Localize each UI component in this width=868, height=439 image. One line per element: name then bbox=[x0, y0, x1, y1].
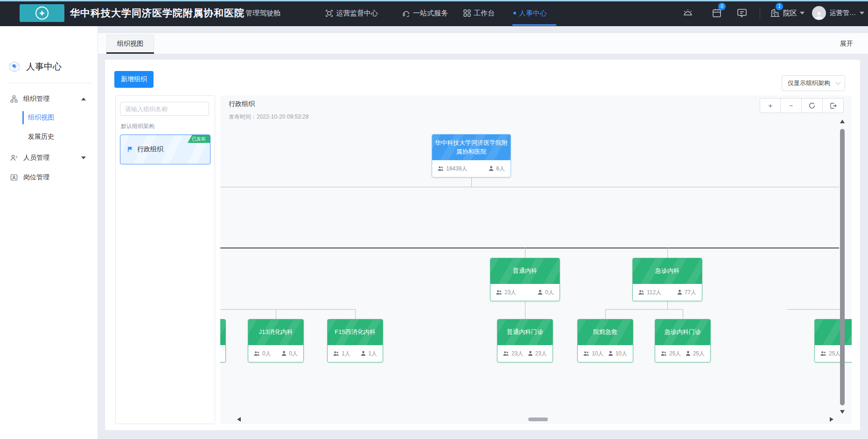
grid-icon bbox=[463, 9, 471, 17]
person-icon bbox=[489, 166, 494, 171]
org-node[interactable]: 院前急救 10人 10人 bbox=[577, 319, 633, 362]
sidebar-item-post-management[interactable]: 岗位管理 bbox=[0, 168, 98, 187]
reset-view-button[interactable] bbox=[802, 98, 823, 113]
org-node[interactable]: 普通内科 23人 0人 bbox=[490, 258, 560, 301]
group-icon bbox=[503, 351, 509, 356]
chevron-down-icon bbox=[860, 12, 864, 14]
connector-line bbox=[525, 248, 525, 258]
expand-arrow-icon bbox=[81, 156, 86, 159]
app-title: 人事中心 bbox=[8, 61, 62, 73]
connector-line bbox=[220, 248, 839, 248]
zoom-out-button[interactable]: － bbox=[781, 98, 802, 113]
org-node[interactable]: F15西消化内科 1人 1人 bbox=[327, 319, 383, 362]
add-org-button[interactable]: 新增组织 bbox=[114, 71, 154, 88]
tab-active-underline bbox=[106, 52, 154, 54]
person-list-icon bbox=[10, 154, 18, 162]
person-icon bbox=[686, 351, 691, 356]
view-filter-select[interactable]: 仅显示组织架构 bbox=[782, 75, 845, 91]
vertical-scroll-thumb[interactable] bbox=[840, 129, 845, 405]
alarm-icon[interactable] bbox=[682, 7, 693, 19]
sidebar-item-people-management[interactable]: 人员管理 bbox=[0, 149, 98, 167]
user-menu[interactable]: 运营管… bbox=[812, 0, 864, 26]
published-ribbon: 已发布 bbox=[188, 135, 210, 143]
message-icon[interactable] bbox=[736, 7, 748, 19]
export-button[interactable] bbox=[823, 98, 844, 113]
person-icon bbox=[281, 351, 287, 356]
connector-line bbox=[667, 248, 668, 258]
avatar bbox=[812, 6, 826, 20]
org-node-clipped[interactable] bbox=[220, 319, 226, 362]
scroll-down-arrow[interactable] bbox=[840, 410, 845, 414]
nav-hr-center[interactable]: 人事中心 bbox=[513, 0, 547, 26]
badge-card-icon bbox=[10, 174, 18, 181]
topbar-divider bbox=[760, 7, 760, 19]
org-chart-canvas[interactable]: 行政组织 发布时间：2022-10-20 09:53:28 ＋ － bbox=[220, 95, 852, 424]
scroll-left-arrow[interactable] bbox=[237, 417, 241, 422]
campus-switcher[interactable]: 院区 bbox=[770, 0, 805, 26]
sidebar: 人事中心 组织管理 组织视图 发展历史 人员管理 岗位管理 bbox=[0, 26, 98, 439]
nav-one-stop-service[interactable]: 一站式服务 bbox=[402, 0, 448, 26]
flag-icon bbox=[127, 146, 133, 153]
connector-line bbox=[276, 309, 276, 319]
hr-cube-icon bbox=[8, 61, 21, 73]
group-icon bbox=[820, 351, 826, 356]
todo-badge: 0 bbox=[718, 3, 726, 10]
group-icon bbox=[496, 290, 502, 295]
connector-line bbox=[605, 309, 683, 310]
nav-management-cockpit[interactable]: 管理驾驶舱 bbox=[235, 0, 280, 26]
campus-badge: 1 bbox=[776, 3, 783, 10]
tab-bar: 组织视图 展开 bbox=[98, 33, 868, 54]
group-icon bbox=[583, 351, 589, 356]
person-icon bbox=[538, 290, 543, 295]
scroll-up-arrow[interactable] bbox=[840, 120, 845, 123]
export-icon bbox=[830, 102, 837, 109]
org-node[interactable]: J13消化内科 0人 0人 bbox=[248, 319, 304, 362]
connector-line bbox=[605, 309, 606, 319]
default-group-label: 默认组织架构 bbox=[121, 122, 154, 130]
connector-line bbox=[220, 187, 839, 187]
scroll-right-arrow[interactable] bbox=[830, 417, 833, 422]
tab-org-view[interactable]: 组织视图 bbox=[106, 35, 154, 52]
chart-controls: ＋ － bbox=[760, 98, 844, 113]
org-node-clipped[interactable]: 25人 bbox=[814, 319, 852, 362]
connector-line bbox=[355, 309, 356, 319]
nav-workbench[interactable]: 工作台 bbox=[463, 0, 495, 26]
connector-line bbox=[683, 309, 683, 319]
org-node[interactable]: 普通内科门诊 23人 23人 bbox=[497, 319, 553, 362]
connector-line bbox=[787, 309, 842, 310]
sidebar-item-dev-history[interactable]: 发展历史 bbox=[0, 128, 98, 146]
org-node[interactable]: 急诊内科 112人 77人 bbox=[632, 258, 702, 301]
person-icon bbox=[608, 351, 613, 356]
expand-link[interactable]: 展开 bbox=[840, 40, 853, 48]
hospital-emblem-icon: ✚ bbox=[35, 7, 49, 20]
sidebar-divider bbox=[7, 83, 91, 83]
person-icon bbox=[677, 290, 682, 295]
connector-line bbox=[525, 300, 525, 319]
reset-icon bbox=[809, 102, 815, 109]
org-tree-item-selected[interactable]: 行政组织 已发布 bbox=[120, 135, 210, 164]
vertical-scrollbar[interactable] bbox=[839, 119, 846, 421]
sidebar-item-org-management[interactable]: 组织管理 bbox=[0, 90, 98, 108]
group-icon bbox=[333, 351, 339, 356]
horizontal-scrollbar[interactable] bbox=[220, 416, 852, 423]
org-node[interactable]: 急诊内科门诊 25人 25人 bbox=[655, 319, 711, 362]
group-icon bbox=[661, 351, 667, 356]
chevron-down-icon bbox=[800, 12, 805, 14]
headset-icon bbox=[402, 9, 410, 17]
chart-publish-time: 发布时间：2022-10-20 09:53:28 bbox=[229, 113, 308, 121]
hospital-title: 华中科技大学同济医学院附属协和医院 bbox=[70, 7, 245, 20]
group-icon bbox=[638, 290, 644, 295]
monitor-icon bbox=[325, 9, 333, 17]
top-nav-bar: ✚ 华中科技大学同济医学院附属协和医院 管理驾驶舱 运营监督中心 一站式服务 工… bbox=[0, 0, 868, 26]
group-icon bbox=[254, 351, 260, 356]
org-node-root[interactable]: 华中科技大学同济医学院附属协和医院 16438人 6人 bbox=[432, 134, 511, 177]
connector-line bbox=[667, 300, 668, 309]
collapse-arrow-icon bbox=[81, 98, 86, 100]
chart-org-title: 行政组织 bbox=[229, 100, 255, 108]
nav-operation-center[interactable]: 运营监督中心 bbox=[325, 0, 378, 26]
sidebar-item-org-view[interactable]: 组织视图 bbox=[0, 109, 98, 127]
zoom-in-button[interactable]: ＋ bbox=[760, 98, 781, 113]
org-search-input[interactable] bbox=[120, 106, 209, 113]
horizontal-scroll-thumb[interactable] bbox=[528, 418, 548, 421]
dashboard-icon bbox=[235, 9, 243, 17]
